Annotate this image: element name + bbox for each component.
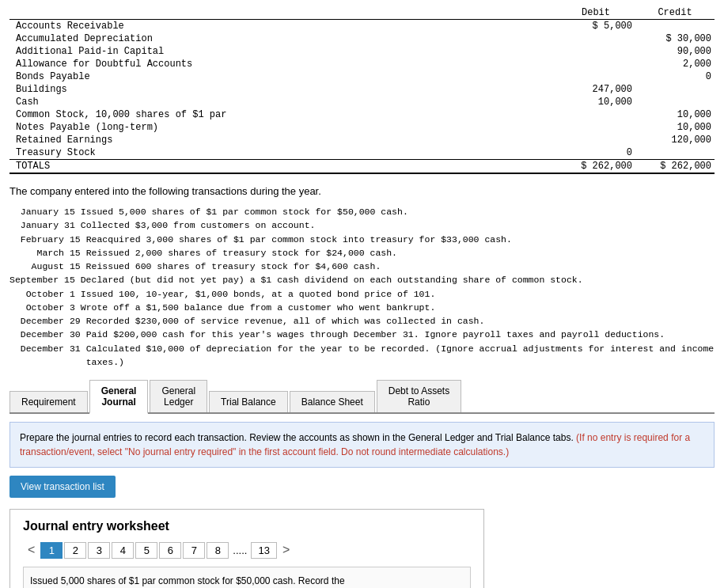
row-credit: 0: [635, 70, 715, 83]
worksheet-title: Journal entry worksheet: [23, 519, 471, 533]
tab-requirement[interactable]: Requirement: [9, 391, 88, 412]
pagination-page-1[interactable]: 1: [40, 542, 63, 559]
trial-balance-row: Accounts Receivable $ 5,000: [9, 20, 715, 33]
trial-balance-row: Buildings 247,000: [9, 83, 715, 96]
pagination-page-4[interactable]: 4: [112, 542, 134, 559]
totals-credit: $ 262,000: [635, 160, 715, 174]
row-credit: $ 30,000: [635, 32, 715, 45]
trial-balance-row: Allowance for Doubtful Accounts 2,000: [9, 58, 715, 70]
row-debit: $ 5,000: [556, 20, 635, 33]
row-debit: [556, 32, 635, 45]
row-debit: [556, 134, 635, 146]
row-credit: 10,000: [635, 121, 715, 134]
row-credit: 90,000: [635, 45, 715, 58]
tab-general-ledger[interactable]: General Ledger: [150, 380, 207, 412]
tabs-container: RequirementGeneral JournalGeneral Ledger…: [9, 380, 715, 414]
row-debit: [556, 70, 635, 83]
row-debit: [556, 58, 635, 70]
pagination-page-7[interactable]: 7: [183, 542, 205, 559]
trial-balance-row: Common Stock, 10,000 shares of $1 par 10…: [9, 108, 715, 121]
row-credit: [635, 146, 715, 160]
row-credit: [635, 20, 715, 33]
pagination-page-8[interactable]: 8: [207, 542, 229, 559]
row-label: Accumulated Depreciation: [9, 32, 556, 45]
row-debit: [556, 108, 635, 121]
row-credit: 2,000: [635, 58, 715, 70]
row-credit: 10,000: [635, 108, 715, 121]
pagination-page-6[interactable]: 6: [159, 542, 181, 559]
pagination-next-arrow[interactable]: >: [278, 541, 294, 559]
worksheet-description: Issued 5,000 shares of $1 par common sto…: [23, 567, 471, 588]
pagination-page-2[interactable]: 2: [64, 542, 86, 559]
trial-balance-table: Debit Credit Accounts Receivable $ 5,000…: [9, 6, 715, 174]
pagination-dots: .....: [229, 543, 250, 558]
worksheet-container: Journal entry worksheet <12345678.....13…: [9, 509, 484, 588]
trial-balance-row: Bonds Payable 0: [9, 70, 715, 83]
tab-general-journal[interactable]: General Journal: [89, 380, 149, 414]
pagination-page-5[interactable]: 5: [135, 542, 157, 559]
row-label: Bonds Payable: [9, 70, 556, 83]
pagination-page-3[interactable]: 3: [88, 542, 110, 559]
row-label: Notes Payable (long-term): [9, 121, 556, 134]
intro-text: The company entered into the following t…: [9, 185, 715, 197]
tab-trial-balance[interactable]: Trial Balance: [209, 391, 288, 412]
totals-label: TOTALS: [9, 160, 556, 174]
trial-balance-row: Additional Paid-in Capital 90,000: [9, 45, 715, 58]
view-transaction-list-button[interactable]: View transaction list: [9, 476, 116, 498]
row-label: Treasury Stock: [9, 146, 556, 160]
pagination-page-13[interactable]: 13: [251, 542, 276, 559]
trial-balance-row: Cash 10,000: [9, 96, 715, 108]
trial-balance-row: Accumulated Depreciation $ 30,000: [9, 32, 715, 45]
row-label: Additional Paid-in Capital: [9, 45, 556, 58]
pagination-prev-arrow[interactable]: <: [23, 541, 40, 559]
row-label: Common Stock, 10,000 shares of $1 par: [9, 108, 556, 121]
row-credit: [635, 83, 715, 96]
row-label: Buildings: [9, 83, 556, 96]
totals-debit: $ 262,000: [556, 160, 635, 174]
tab-balance-sheet[interactable]: Balance Sheet: [290, 391, 375, 412]
instruction-box: Prepare the journal entries to record ea…: [9, 422, 715, 468]
trial-balance-row: Treasury Stock 0: [9, 146, 715, 160]
row-credit: 120,000: [635, 134, 715, 146]
row-label: Accounts Receivable: [9, 20, 556, 33]
row-credit: [635, 96, 715, 108]
trial-balance-row: Notes Payable (long-term) 10,000: [9, 121, 715, 134]
instruction-text: Prepare the journal entries to record ea…: [20, 432, 576, 443]
row-debit: [556, 45, 635, 58]
trial-balance-row: Retained Earnings 120,000: [9, 134, 715, 146]
transactions-list: January 15 Issued 5,000 shares of $1 par…: [9, 205, 715, 369]
row-label: Allowance for Doubtful Accounts: [9, 58, 556, 70]
row-debit: 10,000: [556, 96, 635, 108]
debit-header: Debit: [556, 6, 635, 20]
row-debit: 0: [556, 146, 635, 160]
tab-debt-to-assets-ratio[interactable]: Debt to Assets Ratio: [377, 380, 461, 412]
row-debit: 247,000: [556, 83, 635, 96]
credit-header: Credit: [635, 6, 715, 20]
row-debit: [556, 121, 635, 134]
row-label: Cash: [9, 96, 556, 108]
pagination: <12345678.....13>: [23, 541, 471, 559]
row-label: Retained Earnings: [9, 134, 556, 146]
trial-balance-totals-row: TOTALS $ 262,000 $ 262,000: [9, 160, 715, 174]
